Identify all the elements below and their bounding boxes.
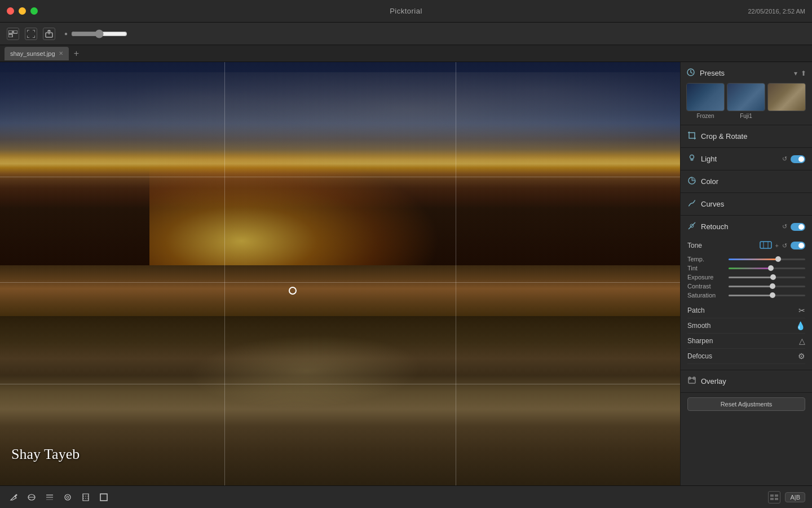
smooth-tool-row: Smooth 💧 [687, 318, 805, 334]
crop-rotate-header[interactable]: Crop & Rotate [681, 125, 812, 147]
reset-adjustments-button[interactable]: Reset Adjustments [687, 397, 805, 411]
smooth-label: Smooth [687, 322, 710, 330]
svg-rect-5 [689, 133, 695, 138]
minimize-button[interactable] [19, 7, 26, 15]
svg-rect-1 [14, 30, 17, 33]
title-bar: Picktorial 22/05/2016, 2:52 AM [0, 0, 812, 23]
color-header[interactable]: Color [681, 170, 812, 192]
preset-frozen-label: Frozen [696, 113, 714, 119]
toolbar: ● [0, 23, 812, 45]
section-color: Color [681, 170, 812, 193]
eraser-tool[interactable] [25, 491, 38, 504]
svg-rect-24 [775, 494, 778, 497]
zoom-slider-container: ● [64, 29, 127, 38]
fullscreen-icon[interactable] [25, 28, 37, 40]
canvas-area[interactable]: Shay Tayeb [0, 62, 680, 485]
bottom-toolbar: A|B [0, 485, 812, 508]
svg-rect-23 [770, 494, 774, 497]
sharpen-tool-row: Sharpen △ [687, 334, 805, 349]
window-controls [7, 7, 38, 15]
brush-tool[interactable] [7, 491, 20, 504]
tab-shay-sunset[interactable]: shay_sunset.jpg ✕ [5, 47, 69, 60]
tone-toggle[interactable] [791, 242, 805, 249]
presets-header[interactable]: Presets ▾ ⬆ [686, 68, 806, 78]
contrast-slider-row: Contrast [687, 283, 805, 290]
main-area: Shay Tayeb Presets ▾ ⬆ [0, 62, 812, 485]
tint-slider[interactable] [729, 268, 805, 269]
retouch-toggle[interactable] [791, 223, 805, 231]
presets-chevron-icon[interactable]: ▾ [794, 69, 797, 77]
retouch-header[interactable]: Retouch ↺ [681, 216, 812, 238]
overlay-header[interactable]: Overlay [681, 370, 812, 392]
svg-rect-26 [775, 498, 778, 500]
thumbnail-view-icon[interactable] [768, 491, 780, 503]
defocus-icon[interactable]: ⚙ [798, 352, 805, 361]
patch-tool-row: Patch ✂ [687, 303, 805, 318]
ab-compare-button[interactable]: A|B [785, 492, 805, 502]
curves-icon [687, 199, 696, 209]
temp-slider[interactable] [729, 259, 805, 260]
svg-rect-2 [8, 34, 12, 37]
preset-frozen[interactable]: Frozen [686, 83, 725, 119]
new-tab-button[interactable]: + [71, 48, 82, 59]
light-reset-icon[interactable]: ↺ [782, 155, 787, 163]
close-button[interactable] [7, 7, 14, 15]
window-icon[interactable] [7, 28, 19, 40]
presets-export-icon[interactable]: ⬆ [801, 69, 806, 77]
exposure-slider-row: Exposure [687, 274, 805, 281]
light-icon [687, 154, 696, 164]
section-overlay: Overlay [681, 370, 812, 393]
zoom-slider[interactable] [71, 29, 127, 38]
retouch-reset-icon[interactable]: ↺ [782, 223, 787, 230]
sharpen-icon[interactable]: △ [799, 336, 805, 345]
exposure-slider[interactable] [729, 277, 805, 278]
radial-tool[interactable] [61, 491, 74, 504]
tab-label: shay_sunset.jpg [10, 50, 55, 57]
section-crop-rotate: Crop & Rotate [681, 125, 812, 148]
svg-point-18 [65, 494, 70, 500]
maximize-button[interactable] [30, 7, 38, 15]
overlay-icon [687, 376, 696, 387]
preset-3[interactable] [767, 83, 806, 119]
patch-icon[interactable]: ✂ [798, 306, 805, 315]
defocus-label: Defocus [687, 352, 712, 360]
export-icon[interactable] [43, 28, 55, 40]
crop-center-handle[interactable] [289, 287, 297, 295]
light-header[interactable]: Light ↺ [681, 148, 812, 170]
sharpen-label: Sharpen [687, 337, 713, 345]
view-mode-toggle [768, 491, 780, 503]
mask-tool[interactable] [79, 491, 92, 504]
svg-rect-25 [770, 498, 774, 500]
svg-rect-22 [100, 494, 107, 501]
retouch-tools: Patch ✂ Smooth 💧 Sharpen △ Defocus ⚙ [687, 303, 805, 364]
bottom-tools [7, 491, 111, 504]
light-toggle[interactable] [791, 155, 805, 163]
photo [0, 62, 680, 485]
section-retouch: Retouch ↺ Tone + [681, 216, 812, 370]
saturation-slider[interactable] [729, 295, 805, 296]
section-light: Light ↺ [681, 148, 812, 170]
slider-min-icon: ● [64, 30, 68, 37]
temp-label: Temp. [687, 256, 724, 262]
preset-fuji1[interactable]: Fuji1 [727, 83, 765, 119]
tone-header: Tone + ↺ [687, 238, 805, 253]
gradient-tool[interactable] [43, 491, 56, 504]
frame-tool[interactable] [97, 491, 111, 504]
saturation-slider-row: Saturation [687, 292, 805, 299]
presets-icon [686, 68, 695, 78]
right-panel: Presets ▾ ⬆ Frozen Fuj [680, 62, 812, 485]
retouch-icon [687, 221, 696, 232]
tone-add-icon[interactable]: + [775, 242, 779, 249]
crop-rotate-title: Crop & Rotate [701, 132, 747, 141]
curves-header[interactable]: Curves [681, 193, 812, 215]
tone-reset-icon[interactable]: ↺ [782, 242, 787, 249]
exposure-label: Exposure [687, 274, 724, 281]
datetime: 22/05/2016, 2:52 AM [748, 8, 805, 15]
svg-point-6 [690, 155, 694, 159]
tab-close-icon[interactable]: ✕ [59, 50, 63, 56]
tone-color-icon[interactable] [760, 241, 772, 250]
crop-rotate-icon [687, 131, 696, 142]
smooth-icon[interactable]: 💧 [796, 321, 805, 330]
retouch-content: Tone + ↺ Temp. [681, 238, 812, 370]
contrast-slider[interactable] [729, 286, 805, 287]
